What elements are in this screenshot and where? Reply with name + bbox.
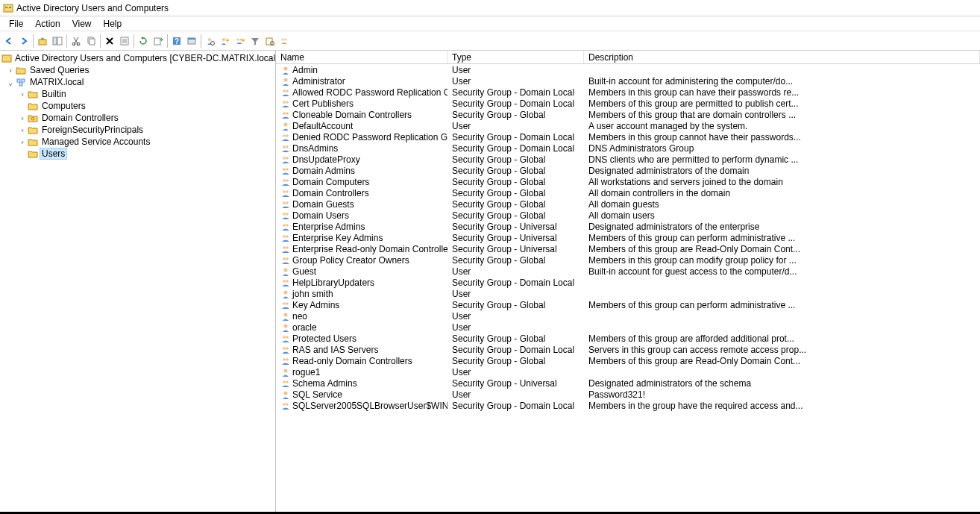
cut-button[interactable] [69, 33, 84, 49]
add-to-group-button[interactable] [277, 33, 292, 49]
list-row[interactable]: DefaultAccountUserA user account managed… [276, 120, 980, 131]
svg-point-80 [286, 358, 289, 361]
list-row[interactable]: Allowed RODC Password Replication GroupS… [276, 87, 980, 98]
list-row[interactable]: Enterprise Read-only Domain ControllersS… [276, 243, 980, 254]
list-row[interactable]: GuestUserBuilt-in account for guest acce… [276, 266, 980, 277]
list-panel[interactable]: Name Type Description AdminUserAdministr… [276, 51, 980, 512]
copy-button[interactable] [84, 33, 98, 49]
col-name[interactable]: Name [276, 51, 447, 63]
menu-action[interactable]: Action [29, 17, 66, 31]
expander-icon[interactable]: ⌄ [6, 78, 15, 87]
expander-icon[interactable]: › [18, 125, 27, 135]
list-row[interactable]: DnsUpdateProxySecurity Group - GlobalDNS… [276, 154, 980, 165]
row-name-label: Cloneable Domain Controllers [292, 110, 412, 120]
list-row[interactable]: Group Policy Creator OwnersSecurity Grou… [276, 254, 980, 266]
cell-name: DnsUpdateProxy [276, 154, 447, 165]
list-row[interactable]: SQL ServiceUserPassword321! [276, 389, 980, 400]
list-row[interactable]: Cloneable Domain ControllersSecurity Gro… [276, 109, 980, 120]
tree-saved-queries[interactable]: › Saved Queries [0, 64, 275, 76]
list-row[interactable]: HelpLibraryUpdatersSecurity Group - Doma… [276, 277, 980, 288]
find-button[interactable] [263, 33, 277, 49]
tree-panel[interactable]: Active Directory Users and Computers [CY… [0, 51, 276, 512]
svg-point-50 [286, 168, 289, 171]
filter-button[interactable] [248, 33, 263, 49]
list-row[interactable]: Read-only Domain ControllersSecurity Gro… [276, 355, 980, 366]
list-row[interactable]: AdminUser [276, 64, 980, 75]
svg-point-56 [286, 201, 289, 204]
svg-point-64 [286, 246, 289, 249]
show-hide-tree-button[interactable] [50, 33, 65, 49]
col-desc[interactable]: Description [584, 51, 980, 63]
list-row[interactable]: Enterprise AdminsSecurity Group - Univer… [276, 221, 980, 232]
find-user-button[interactable] [203, 33, 218, 49]
delete-button[interactable] [102, 33, 117, 49]
list-row[interactable]: SQLServer2005SQLBrowserUser$WIN-01S0KHJ4… [276, 400, 980, 411]
cell-desc: Designated administrators of the enterpr… [584, 222, 980, 232]
user-icon [280, 266, 291, 277]
list-row[interactable]: RAS and IAS ServersSecurity Group - Doma… [276, 344, 980, 355]
cell-type: Security Group - Universal [447, 233, 584, 243]
svg-point-40 [283, 112, 286, 115]
list-row[interactable]: Domain AdminsSecurity Group - GlobalDesi… [276, 165, 980, 176]
list-row[interactable]: Cert PublishersSecurity Group - Domain L… [276, 98, 980, 109]
group-icon [280, 110, 291, 120]
expander-icon[interactable]: › [6, 66, 15, 75]
cell-type: Security Group - Domain Local [447, 345, 584, 355]
list-row[interactable]: Domain UsersSecurity Group - GlobalAll d… [276, 210, 980, 221]
tree-msa[interactable]: › Managed Service Accounts [0, 136, 275, 148]
tree-users[interactable]: Users [0, 148, 275, 160]
row-name-label: rogue1 [292, 367, 320, 377]
list-row[interactable]: Schema AdminsSecurity Group - UniversalD… [276, 377, 980, 389]
ou-icon [27, 113, 39, 123]
cell-desc: Members of this group that are domain co… [584, 110, 980, 120]
expander-icon[interactable]: › [18, 113, 27, 123]
list-row[interactable]: Enterprise Key AdminsSecurity Group - Un… [276, 232, 980, 243]
cell-name: SQL Service [276, 389, 447, 400]
svg-point-37 [286, 90, 289, 93]
list-row[interactable]: Protected UsersSecurity Group - GlobalMe… [276, 333, 980, 344]
menu-help[interactable]: Help [98, 17, 128, 31]
list-row[interactable]: rogue1User [276, 366, 980, 377]
svg-rect-2 [9, 7, 11, 8]
list-row[interactable]: Key AdminsSecurity Group - GlobalMembers… [276, 299, 980, 310]
list-row[interactable]: Domain ComputersSecurity Group - GlobalA… [276, 176, 980, 187]
group-icon [280, 154, 291, 165]
tree-domain-controllers[interactable]: › Domain Controllers [0, 112, 275, 124]
tree-domain[interactable]: ⌄ MATRIX.local [0, 76, 275, 88]
tree-fsp[interactable]: › ForeignSecurityPrincipals [0, 124, 275, 136]
back-button[interactable] [1, 33, 16, 49]
group-icon [280, 166, 291, 176]
tree-computers[interactable]: Computers [0, 100, 275, 112]
row-name-label: Domain Computers [292, 177, 369, 187]
cell-desc: Members of this group are Read-Only Doma… [584, 244, 980, 254]
tree-builtin[interactable]: › Builtin [0, 88, 275, 100]
list-row[interactable]: Denied RODC Password Replication GroupSe… [276, 131, 980, 142]
add-group-button[interactable] [233, 33, 248, 49]
cell-type: Security Group - Global [447, 210, 584, 221]
list-row[interactable]: Domain GuestsSecurity Group - GlobalAll … [276, 198, 980, 210]
tree-root[interactable]: Active Directory Users and Computers [CY… [0, 52, 275, 64]
cell-name: Admin [276, 65, 447, 75]
list-row[interactable]: DnsAdminsSecurity Group - Domain LocalDN… [276, 142, 980, 154]
expander-icon[interactable]: › [18, 137, 27, 147]
list-row[interactable]: oracleUser [276, 322, 980, 333]
list-row[interactable]: AdministratorUserBuilt-in account for ad… [276, 75, 980, 87]
menu-file[interactable]: File [3, 17, 29, 31]
up-button[interactable] [35, 33, 50, 49]
svg-point-79 [283, 358, 286, 361]
refresh-button[interactable] [136, 33, 151, 49]
menu-view[interactable]: View [66, 17, 98, 31]
list-row[interactable]: john smithUser [276, 288, 980, 299]
col-type[interactable]: Type [447, 51, 584, 63]
help-button[interactable]: ? [169, 33, 184, 49]
new-window-button[interactable] [184, 33, 199, 49]
properties-button[interactable] [117, 33, 132, 49]
expander-icon[interactable]: › [18, 90, 27, 99]
forward-button[interactable] [16, 33, 31, 49]
add-user-button[interactable] [218, 33, 233, 49]
export-button[interactable] [151, 33, 166, 49]
cell-name: Domain Computers [276, 177, 447, 187]
list-row[interactable]: neoUser [276, 310, 980, 322]
svg-point-58 [286, 213, 289, 216]
list-row[interactable]: Domain ControllersSecurity Group - Globa… [276, 187, 980, 198]
